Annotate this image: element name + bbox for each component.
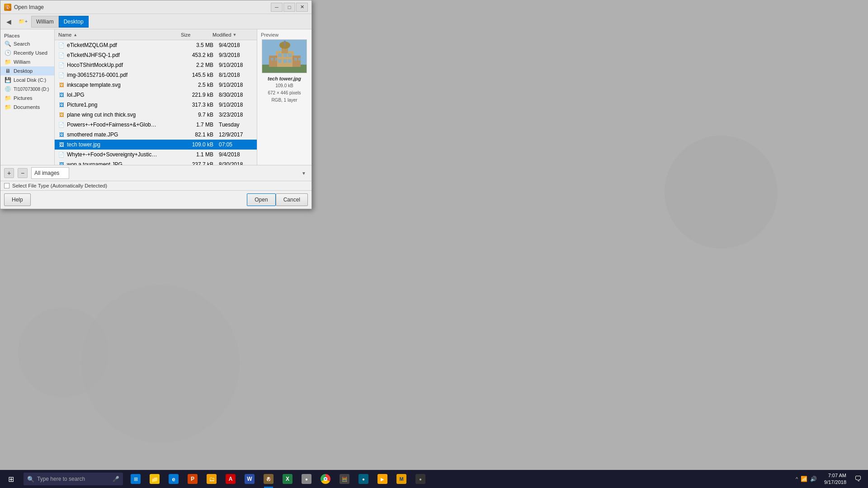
file-row[interactable]: 📄 Whyte+-+Food+Sovereignty+Justice+&+Ind… xyxy=(55,150,257,160)
notification-button[interactable]: 🗨 xyxy=(852,475,864,483)
dialog-titlebar: 🎨 Open Image ─ □ ✕ xyxy=(0,0,311,14)
places-item-william[interactable]: 📁 William xyxy=(0,57,54,66)
taskbar-time[interactable]: 7:07 AM 9/17/2018 xyxy=(821,472,850,486)
close-button[interactable]: ✕ xyxy=(296,3,308,12)
svg-rect-17 xyxy=(298,58,301,61)
svg-rect-4 xyxy=(283,53,287,57)
date-display: 9/17/2018 xyxy=(824,479,846,486)
network-icon[interactable]: 📶 xyxy=(801,476,807,482)
file-panel: Name ▲ Size Modified ▼ 📄 eTicketMZQLGM.p… xyxy=(55,29,257,165)
taskbar-chrome[interactable] xyxy=(316,470,335,488)
taskbar-edge[interactable]: e xyxy=(165,470,183,488)
taskbar-task-view[interactable]: ⊞ xyxy=(127,470,145,488)
file-row[interactable]: 🖼 Picture1.png 317.3 kB 9/10/2018 xyxy=(55,100,257,110)
taskbar-word[interactable]: W xyxy=(241,470,259,488)
file-list-header: Name ▲ Size Modified ▼ xyxy=(55,29,257,40)
file-row[interactable]: 📄 eTicketNJHFSQ-1.pdf 453.2 kB 9/3/2018 xyxy=(55,50,257,60)
taskbar-matlab[interactable]: M xyxy=(392,470,410,488)
cancel-button[interactable]: Cancel xyxy=(276,193,308,206)
taskbar-files[interactable]: 🗂 xyxy=(203,470,221,488)
breadcrumb-desktop[interactable]: Desktop xyxy=(59,16,89,28)
taskbar-excel[interactable]: X xyxy=(278,470,297,488)
taskbar-right: ^ 📶 🔊 7:07 AM 9/17/2018 🗨 xyxy=(794,470,868,488)
places-item-documents[interactable]: 📁 Documents xyxy=(0,103,54,112)
pdf-icon: 📄 xyxy=(58,72,65,78)
file-list[interactable]: 📄 eTicketMZQLGM.pdf 3.5 MB 9/4/2018 📄 eT… xyxy=(55,40,257,165)
file-row[interactable]: 📄 Powers+-+Food+Fairness+&+Global+Market… xyxy=(55,120,257,130)
taskbar-gimp[interactable]: 🐶 xyxy=(259,470,278,488)
file-filter-select[interactable]: All images JPEG PNG SVG PDF All files xyxy=(31,167,69,179)
svg-rect-15 xyxy=(275,58,278,61)
svg-icon: 🖼 xyxy=(58,82,65,88)
file-row[interactable]: 🖼 smothered mate.JPG 82.1 kB 12/9/2017 xyxy=(55,130,257,140)
recently-used-icon: 🕒 xyxy=(4,50,11,56)
places-item-local-disk[interactable]: 💾 Local Disk (C:) xyxy=(0,75,54,84)
window-controls: ─ □ ✕ xyxy=(271,3,308,12)
image-icon: 🖼 xyxy=(58,92,65,98)
file-row[interactable]: 🖼 won a tournament.JPG 237.7 kB 8/30/201… xyxy=(55,160,257,165)
taskbar-calculator[interactable]: 🧮 xyxy=(335,470,354,488)
svg-rect-8 xyxy=(288,59,292,63)
svg-rect-16 xyxy=(294,58,297,61)
file-row-selected[interactable]: 🖼 tech tower.jpg 109.0 kB 07:05 xyxy=(55,140,257,150)
open-button[interactable]: Open xyxy=(247,193,275,206)
taskbar-app-12[interactable]: ● xyxy=(354,470,373,488)
file-row[interactable]: 🖼 lol.JPG 221.9 kB 8/30/2018 xyxy=(55,90,257,100)
taskbar-file-explorer[interactable]: 📁 xyxy=(146,470,164,488)
william-folder-icon: 📁 xyxy=(4,59,11,65)
taskbar-app-13[interactable]: ▶ xyxy=(373,470,392,488)
pdf-icon: 📄 xyxy=(58,122,65,128)
preview-panel: Preview xyxy=(257,29,311,165)
preview-header: Preview xyxy=(259,31,310,39)
desktop-icon: 🖥 xyxy=(4,68,11,74)
image-icon: 🖼 xyxy=(58,161,65,165)
taskbar-powerpoint[interactable]: P xyxy=(184,470,202,488)
places-item-drive-d[interactable]: 💿 TI107073008 (D:) xyxy=(0,84,54,94)
help-button[interactable]: Help xyxy=(4,193,31,206)
back-button[interactable]: ◀ xyxy=(2,16,15,28)
taskbar-app-15[interactable]: ● xyxy=(411,470,429,488)
taskbar-search-text: Type here to search xyxy=(37,476,85,482)
file-row[interactable]: 🖼 inkscape template.svg 2.5 kB 9/10/2018 xyxy=(55,80,257,90)
col-header-name[interactable]: Name ▲ xyxy=(55,29,178,40)
svg-rect-3 xyxy=(278,53,282,57)
places-header: Places xyxy=(0,31,54,39)
create-folder-button[interactable]: 📁+ xyxy=(17,16,29,28)
taskbar-app-icons: ⊞ 📁 e P 🗂 A W 🐶 X xyxy=(127,470,429,488)
places-item-recently-used[interactable]: 🕒 Recently Used xyxy=(0,48,54,57)
places-item-pictures[interactable]: 📁 Pictures xyxy=(0,94,54,103)
pictures-icon: 📁 xyxy=(4,95,11,101)
pdf-icon: 📄 xyxy=(58,62,65,68)
places-item-desktop[interactable]: 🖥 Desktop xyxy=(0,66,54,75)
dialog-actions: Help Open Cancel xyxy=(0,190,311,209)
drive-d-icon: 💿 xyxy=(4,86,11,92)
breadcrumb-william[interactable]: William xyxy=(31,16,59,28)
taskbar-acrobat[interactable]: A xyxy=(222,470,240,488)
image-icon: 🖼 xyxy=(58,131,65,138)
file-row[interactable]: 📄 img-306152716-0001.pdf 145.5 kB 8/1/20… xyxy=(55,70,257,80)
file-row[interactable]: 📄 HocoTShirtMockUp.pdf 2.2 MB 9/10/2018 xyxy=(55,60,257,70)
file-row[interactable]: 🖼 plane wing cut inch thick.svg 9.7 kB 3… xyxy=(55,110,257,120)
system-tray-icons: ^ 📶 🔊 xyxy=(794,476,819,482)
image-icon: 🖼 xyxy=(58,102,65,108)
chevron-up-icon[interactable]: ^ xyxy=(796,476,798,482)
taskbar-search[interactable]: 🔍 Type here to search 🎤 xyxy=(24,473,123,485)
taskbar-app-9[interactable]: ● xyxy=(297,470,316,488)
svg-rect-13 xyxy=(292,56,301,67)
pdf-icon: 📄 xyxy=(58,52,65,58)
toolbar: ◀ 📁+ William Desktop xyxy=(0,14,311,29)
start-button[interactable]: ⊞ xyxy=(0,470,22,488)
add-bookmark-button[interactable]: + xyxy=(4,168,14,178)
file-row[interactable]: 📄 eTicketMZQLGM.pdf 3.5 MB 9/4/2018 xyxy=(55,40,257,50)
preview-size: 109.0 kB 672 × 446 pixels RGB, 1 layer xyxy=(268,82,301,104)
maximize-button[interactable]: □ xyxy=(283,3,295,12)
col-header-modified[interactable]: Modified ▼ xyxy=(210,29,250,40)
svg-rect-7 xyxy=(283,59,287,63)
minimize-button[interactable]: ─ xyxy=(271,3,283,12)
remove-bookmark-button[interactable]: − xyxy=(18,168,28,178)
svg-rect-12 xyxy=(269,56,277,67)
col-header-size[interactable]: Size xyxy=(178,29,210,40)
volume-icon[interactable]: 🔊 xyxy=(810,476,817,482)
places-item-search[interactable]: 🔍 Search xyxy=(0,39,54,48)
file-type-checkbox[interactable] xyxy=(4,183,9,188)
